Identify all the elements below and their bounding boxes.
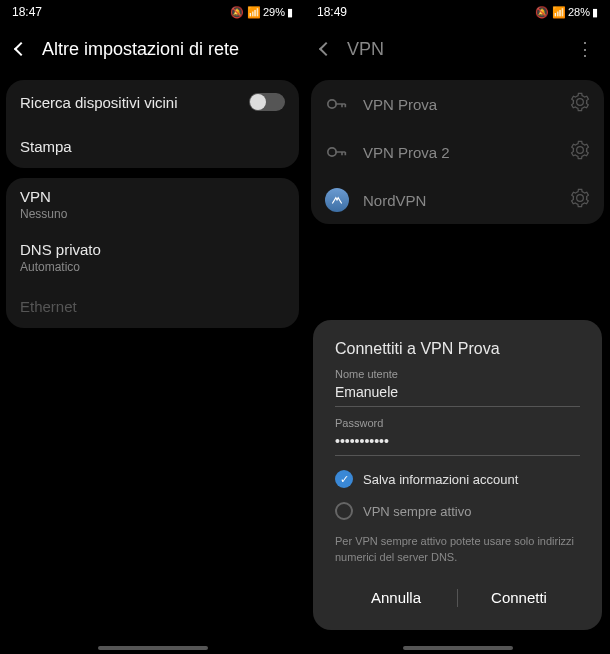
row-vpn[interactable]: VPN Nessuno (6, 178, 299, 231)
vpn-name: VPN Prova 2 (363, 144, 556, 161)
page-title: VPN (347, 39, 384, 60)
gear-icon[interactable] (570, 92, 590, 116)
status-right: 🔕 📶 28% ▮ (535, 6, 598, 19)
vpn-item[interactable]: VPN Prova 2 (311, 128, 604, 176)
save-account-row[interactable]: ✓ Salva informazioni account (335, 470, 580, 488)
username-field[interactable]: Emanuele (335, 380, 580, 407)
row-label: Ricerca dispositivi vicini (20, 94, 178, 111)
status-bar: 18:47 🔕 📶 29% ▮ (0, 0, 305, 24)
vpn-item[interactable]: VPN Prova (311, 80, 604, 128)
battery-icon: ▮ (592, 6, 598, 19)
username-label: Nome utente (335, 368, 580, 380)
status-time: 18:47 (12, 5, 42, 19)
row-nearby-devices[interactable]: Ricerca dispositivi vicini (6, 80, 299, 124)
right-screen: 18:49 🔕 📶 28% ▮ VPN ⋮ VPN Prova VPN Prov… (305, 0, 610, 654)
back-icon[interactable] (14, 42, 28, 56)
row-label: DNS privato (20, 241, 101, 258)
vpn-name: NordVPN (363, 192, 556, 209)
dialog-hint: Per VPN sempre attivo potete usare solo … (335, 534, 580, 565)
status-time: 18:49 (317, 5, 347, 19)
vpn-list: VPN Prova VPN Prova 2 NordVPN (311, 80, 604, 224)
dialog-buttons: Annulla Connetti (335, 581, 580, 614)
key-icon (325, 92, 349, 116)
row-dns[interactable]: DNS privato Automatico (6, 231, 299, 284)
dialog-title: Connettiti a VPN Prova (335, 340, 580, 358)
checkbox-label: Salva informazioni account (363, 472, 518, 487)
row-sublabel: Nessuno (20, 207, 67, 221)
header: Altre impostazioni di rete (0, 24, 305, 74)
checkbox-label: VPN sempre attivo (363, 504, 471, 519)
status-icons: 🔕 📶 (535, 6, 566, 19)
checkbox-unchecked-icon[interactable] (335, 502, 353, 520)
row-label: Stampa (20, 138, 72, 155)
more-icon[interactable]: ⋮ (576, 38, 594, 60)
status-bar: 18:49 🔕 📶 28% ▮ (305, 0, 610, 24)
nav-bar[interactable] (403, 646, 513, 650)
always-on-row[interactable]: VPN sempre attivo (335, 502, 580, 520)
password-field[interactable]: ••••••••••• (335, 429, 580, 456)
gear-icon[interactable] (570, 140, 590, 164)
vpn-item[interactable]: NordVPN (311, 176, 604, 224)
row-label: Ethernet (20, 298, 77, 315)
page-title: Altre impostazioni di rete (42, 39, 239, 60)
left-screen: 18:47 🔕 📶 29% ▮ Altre impostazioni di re… (0, 0, 305, 654)
section-general: Ricerca dispositivi vicini Stampa (6, 80, 299, 168)
battery-pct: 29% (263, 6, 285, 18)
svg-point-0 (328, 100, 336, 108)
row-sublabel: Automatico (20, 260, 80, 274)
status-right: 🔕 📶 29% ▮ (230, 6, 293, 19)
gear-icon[interactable] (570, 188, 590, 212)
password-label: Password (335, 417, 580, 429)
connect-dialog: Connettiti a VPN Prova Nome utente Emanu… (313, 320, 602, 630)
toggle-nearby[interactable] (249, 93, 285, 111)
key-icon (325, 140, 349, 164)
connect-button[interactable]: Connetti (458, 581, 580, 614)
battery-icon: ▮ (287, 6, 293, 19)
vpn-name: VPN Prova (363, 96, 556, 113)
row-label: VPN (20, 188, 51, 205)
svg-point-1 (328, 148, 336, 156)
section-network: VPN Nessuno DNS privato Automatico Ether… (6, 178, 299, 328)
nordvpn-icon (325, 188, 349, 212)
header: VPN ⋮ (305, 24, 610, 74)
cancel-button[interactable]: Annulla (335, 581, 457, 614)
back-icon[interactable] (319, 42, 333, 56)
row-ethernet: Ethernet (6, 284, 299, 328)
row-print[interactable]: Stampa (6, 124, 299, 168)
checkbox-checked-icon[interactable]: ✓ (335, 470, 353, 488)
nav-bar[interactable] (98, 646, 208, 650)
battery-pct: 28% (568, 6, 590, 18)
status-icons: 🔕 📶 (230, 6, 261, 19)
